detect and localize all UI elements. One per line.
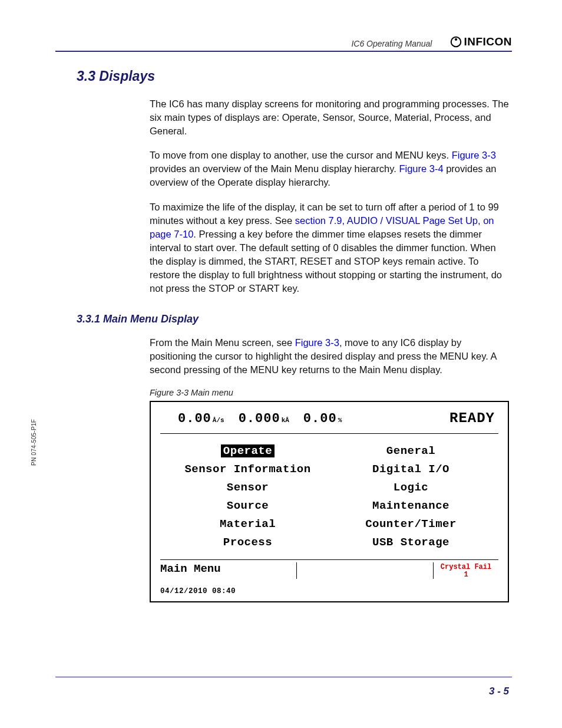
footer-rule	[55, 677, 512, 677]
status-middle-cell	[297, 562, 434, 579]
svg-point-1	[455, 38, 457, 41]
figure-readout-bar: 0.00Å/s 0.000kÅ 0.00% READY	[160, 410, 498, 434]
subsection-heading: 3.3.1 Main Menu Display	[77, 313, 512, 325]
menu-left-column: Operate Sensor Information Sensor Source…	[166, 444, 329, 549]
paragraph: To move from one display to another, use…	[150, 149, 509, 189]
menu-item-sensor-information[interactable]: Sensor Information	[184, 463, 310, 476]
menu-item-general[interactable]: General	[386, 444, 435, 457]
figure-3-4-link[interactable]: Figure 3-4	[399, 163, 443, 174]
menu-item-material[interactable]: Material	[220, 518, 276, 531]
subsection-body: From the Main Menu screen, see Figure 3-…	[150, 336, 509, 377]
readout-rate: 0.00Å/s	[178, 411, 224, 426]
paragraph: From the Main Menu screen, see Figure 3-…	[150, 336, 509, 377]
figure-datetime: 04/12/2010 08:40	[160, 579, 498, 595]
section-body: The IC6 has many display screens for mon…	[150, 97, 509, 295]
menu-right-column: General Digital I/O Logic Maintenance Co…	[329, 444, 492, 549]
page-header: IC6 Operating Manual INFICON	[55, 35, 512, 52]
figure-caption: Figure 3-3 Main menu	[150, 388, 512, 397]
status-ready: READY	[449, 410, 495, 426]
figure-3-3: 0.00Å/s 0.000kÅ 0.00% READY Operate Sens…	[150, 401, 509, 602]
menu-item-maintenance[interactable]: Maintenance	[372, 499, 449, 512]
readout-thickness: 0.000kÅ	[239, 411, 289, 426]
menu-item-logic[interactable]: Logic	[394, 481, 429, 494]
brand-logo: INFICON	[449, 35, 512, 48]
paragraph: To maximize the life of the display, it …	[150, 200, 509, 296]
menu-item-usb-storage[interactable]: USB Storage	[372, 536, 449, 549]
menu-item-sensor[interactable]: Sensor	[227, 481, 269, 494]
menu-item-counter-timer[interactable]: Counter/Timer	[365, 518, 457, 531]
figure-status-row: Main Menu Crystal Fail 1	[160, 560, 498, 579]
menu-item-digital-io[interactable]: Digital I/O	[372, 463, 449, 476]
screen-name-label: Main Menu	[160, 562, 297, 579]
paragraph: The IC6 has many display screens for mon…	[150, 97, 509, 138]
running-header-title: IC6 Operating Manual	[351, 39, 432, 48]
readout-power: 0.00%	[303, 411, 342, 426]
figure-3-3-link[interactable]: Figure 3-3	[452, 150, 496, 160]
page-number: 3 - 5	[489, 686, 509, 697]
alarm-indicator: Crystal Fail 1	[434, 562, 498, 579]
part-number-sidebar: PN 074-505-P1F	[31, 419, 37, 466]
menu-item-operate[interactable]: Operate	[221, 444, 275, 457]
menu-item-source[interactable]: Source	[227, 499, 269, 512]
figure-3-3-link[interactable]: Figure 3-3	[295, 337, 339, 348]
section-heading: 3.3 Displays	[77, 68, 512, 84]
brand-text: INFICON	[464, 35, 512, 48]
inficon-mark-icon	[449, 35, 462, 48]
menu-item-process[interactable]: Process	[223, 536, 272, 549]
menu-grid: Operate Sensor Information Sensor Source…	[160, 434, 498, 560]
